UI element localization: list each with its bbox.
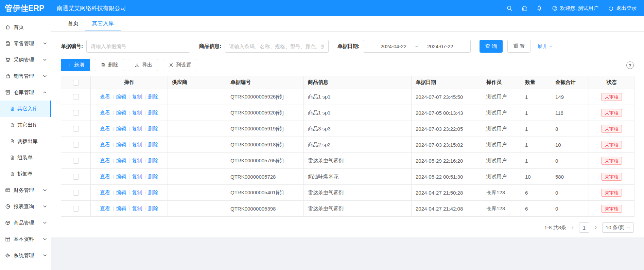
expand-filters-link[interactable]: 展开	[537, 43, 553, 50]
cell-supplier	[168, 169, 226, 185]
row-action-delete[interactable]: 删除	[148, 126, 158, 131]
row-action-copy[interactable]: 复制	[132, 126, 142, 131]
next-page-button[interactable]	[593, 225, 598, 230]
row-checkbox[interactable]	[73, 158, 79, 164]
logout-icon	[608, 5, 614, 11]
sidebar-subitem-4-1[interactable]: 其它出库	[0, 117, 51, 133]
sidebar-item-0[interactable]: 首页	[0, 19, 51, 35]
table-row: 查看编辑复制删除QTRK00000005728奶油味爆米花2024-05-22 …	[61, 169, 634, 185]
gear-icon-slot	[169, 62, 174, 68]
row-action-edit[interactable]: 编辑	[116, 94, 126, 100]
company-name: 南通某某网络科技有限公司	[57, 4, 126, 12]
add-button[interactable]: 新增	[61, 59, 90, 71]
bill-no-label: 单据编号:	[61, 43, 83, 50]
chevron-down-icon	[42, 187, 48, 193]
sidebar-item-7[interactable]: 商品管理	[0, 215, 51, 231]
row-checkbox[interactable]	[73, 174, 79, 180]
action-divider	[129, 159, 129, 163]
search-submit-button[interactable]: 查 询	[480, 40, 503, 53]
add-label: 新增	[74, 62, 84, 68]
logout-button[interactable]: 退出登录	[608, 5, 637, 12]
row-checkbox[interactable]	[73, 110, 79, 116]
row-action-copy[interactable]: 复制	[132, 142, 142, 147]
welcome-user[interactable]: 欢迎您, 测试用户	[552, 5, 598, 12]
cell-amount: 149	[551, 89, 589, 105]
sidebar-item-2[interactable]: 采购管理	[0, 52, 51, 68]
search-icon	[506, 5, 512, 11]
action-divider	[145, 95, 145, 99]
row-checkbox[interactable]	[73, 126, 79, 132]
sidebar-subitem-4-4[interactable]: 拆卸单	[0, 166, 51, 182]
export-icon	[135, 62, 140, 68]
row-action-view[interactable]: 查看	[100, 142, 110, 147]
row-action-edit[interactable]: 编辑	[116, 110, 126, 115]
cell-bill-no: QTRK00000005920[转]	[226, 105, 304, 121]
row-action-view[interactable]: 查看	[100, 205, 110, 211]
sidebar-subitem-4-2[interactable]: 调拨出库	[0, 133, 51, 149]
row-action-copy[interactable]: 复制	[132, 110, 142, 115]
action-divider	[113, 143, 114, 147]
delete-button[interactable]: 删除	[95, 59, 124, 71]
org-button[interactable]	[521, 5, 527, 11]
row-action-delete[interactable]: 删除	[148, 158, 158, 163]
prev-page-button[interactable]	[570, 225, 575, 230]
row-checkbox[interactable]	[73, 142, 79, 148]
row-action-delete[interactable]: 删除	[148, 142, 158, 147]
row-action-delete[interactable]: 删除	[148, 190, 158, 195]
status-badge: 未审核	[601, 141, 622, 149]
row-action-view[interactable]: 查看	[100, 158, 110, 163]
page-size-select[interactable]: 10 条/页	[602, 222, 634, 233]
row-action-edit[interactable]: 编辑	[116, 142, 126, 147]
page-number-button[interactable]: 1	[579, 222, 589, 233]
row-action-edit[interactable]: 编辑	[116, 158, 126, 163]
product-info-input[interactable]	[225, 40, 329, 53]
chevron-left-icon	[570, 225, 575, 230]
export-button[interactable]: 导出	[129, 59, 158, 71]
row-action-view[interactable]: 查看	[100, 94, 110, 100]
row-action-edit[interactable]: 编辑	[116, 205, 126, 211]
sidebar-item-8[interactable]: 基本资料	[0, 231, 51, 247]
tab-1[interactable]: 其它入库	[85, 16, 121, 31]
tab-0[interactable]: 首页	[61, 16, 85, 31]
sidebar-item-4[interactable]: 仓库管理	[0, 84, 51, 101]
sidebar-item-1[interactable]: 零售管理	[0, 35, 51, 52]
row-action-delete[interactable]: 删除	[148, 174, 158, 179]
row-action-copy[interactable]: 复制	[132, 205, 142, 211]
date-range-picker[interactable]: 2024-04-22 ~ 2024-07-22	[363, 40, 471, 53]
row-action-delete[interactable]: 删除	[148, 110, 158, 115]
search-button[interactable]	[506, 5, 512, 11]
main-area: 首页其它入库 单据编号: 商品信息: 单据日期: 2024-04-22	[51, 16, 644, 270]
row-action-copy[interactable]: 复制	[132, 190, 142, 195]
cell-operator: 仓库123	[482, 185, 521, 201]
sidebar-subitem-4-3[interactable]: 组装单	[0, 149, 51, 166]
sidebar-subitem-4-0[interactable]: 其它入库	[0, 101, 51, 117]
reset-button[interactable]: 重 置	[507, 40, 530, 53]
sidebar-item-9[interactable]: 系统管理	[0, 247, 51, 264]
row-action-delete[interactable]: 删除	[148, 205, 158, 211]
row-action-copy[interactable]: 复制	[132, 94, 142, 100]
row-action-copy[interactable]: 复制	[132, 174, 142, 179]
bill-no-input[interactable]	[86, 40, 190, 53]
row-action-view[interactable]: 查看	[100, 126, 110, 131]
row-action-copy[interactable]: 复制	[132, 158, 142, 163]
cell-bill-no: QTRK00000005926[转]	[226, 89, 304, 105]
row-action-view[interactable]: 查看	[100, 110, 110, 115]
help-icon[interactable]: ?	[626, 61, 634, 69]
row-checkbox[interactable]	[73, 190, 79, 196]
row-action-edit[interactable]: 编辑	[116, 126, 126, 131]
sidebar-item-6[interactable]: 报表查询	[0, 198, 51, 215]
sidebar-item-3[interactable]: 销售管理	[0, 68, 51, 84]
sidebar-item-label: 首页	[14, 24, 48, 31]
row-action-edit[interactable]: 编辑	[116, 174, 126, 179]
row-action-view[interactable]: 查看	[100, 174, 110, 179]
row-action-view[interactable]: 查看	[100, 190, 110, 195]
notifications-button[interactable]	[536, 5, 542, 11]
row-action-delete[interactable]: 删除	[148, 94, 158, 100]
row-checkbox[interactable]	[73, 94, 79, 100]
row-action-edit[interactable]: 编辑	[116, 190, 126, 195]
column-settings-button[interactable]: 列设置	[163, 59, 197, 71]
row-checkbox[interactable]	[73, 206, 79, 212]
select-all-checkbox[interactable]	[73, 80, 79, 86]
sidebar-item-5[interactable]: 财务管理	[0, 182, 51, 198]
cell-qty: 1	[521, 121, 551, 137]
